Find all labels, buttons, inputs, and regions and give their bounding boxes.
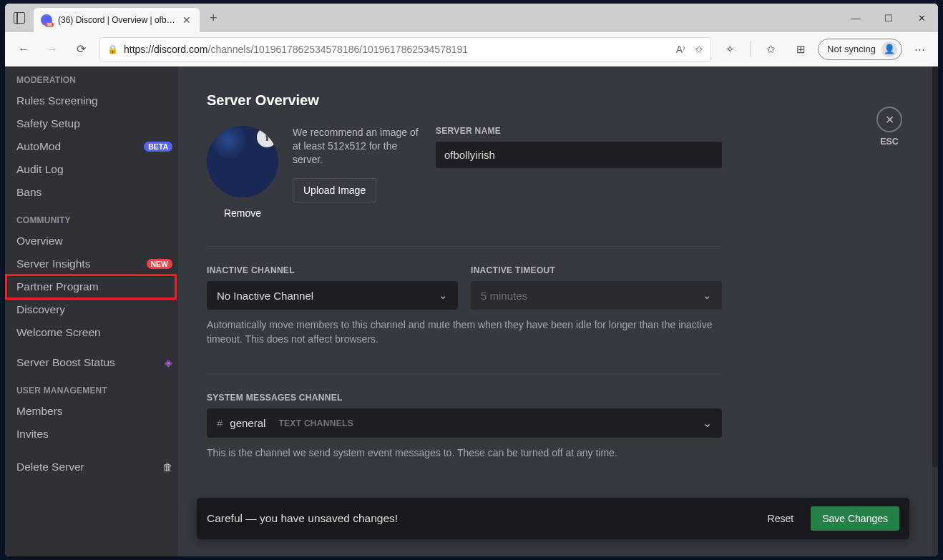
remove-avatar-link[interactable]: Remove [224, 207, 261, 219]
title-bar: 36 (36) Discord | Overview | ofbollyi ✕ … [5, 4, 938, 32]
url-text: https://discord.com/channels/10196178625… [124, 44, 468, 55]
inactive-channel-label: Inactive Channel [207, 265, 458, 275]
profile-avatar-icon: 👤 [881, 41, 897, 57]
section-divider [207, 246, 722, 247]
sidebar-item-members[interactable]: Members [16, 400, 172, 423]
favorite-icon[interactable]: ✩ [695, 44, 703, 55]
server-name-label: Server Name [436, 126, 722, 136]
url-field[interactable]: 🔒 https://discord.com/channels/101961786… [99, 37, 711, 62]
sidebar-item-overview[interactable]: Overview [16, 230, 172, 252]
collections-icon[interactable]: ⊞ [788, 36, 813, 62]
sidebar-item-welcome-screen[interactable]: Welcome Screen [16, 321, 172, 344]
browser-tab[interactable]: 36 (36) Discord | Overview | ofbollyi ✕ [34, 8, 200, 32]
scrollbar[interactable] [932, 67, 938, 556]
sidebar-item-invites[interactable]: Invites [16, 423, 172, 446]
upload-image-button[interactable]: Upload Image [293, 178, 376, 202]
sidebar-header-user-management: User Management [16, 385, 172, 396]
beta-badge: BETA [144, 142, 172, 152]
close-button[interactable]: ✕ [876, 107, 902, 132]
inactive-channel-select[interactable]: No Inactive Channel ⌄ [207, 281, 458, 310]
system-help-text: This is the channel we send system event… [207, 446, 722, 461]
address-bar: ← → ⟳ 🔒 https://discord.com/channels/101… [5, 32, 938, 67]
minimize-button[interactable]: — [839, 4, 872, 32]
discord-favicon: 36 [41, 14, 52, 26]
close-settings: ✕ ESC [876, 107, 902, 147]
sidebar-item-server-insights[interactable]: Server Insights NEW [16, 252, 172, 275]
reset-button[interactable]: Reset [761, 509, 801, 529]
sidebar-item-partner-program[interactable]: Partner Program [16, 275, 172, 298]
esc-label: ESC [880, 137, 899, 147]
system-channel-label: System Messages Channel [207, 393, 722, 403]
inactive-timeout-label: Inactive Timeout [471, 265, 722, 275]
lock-icon: 🔒 [107, 44, 118, 54]
tab-title: (36) Discord | Overview | ofbollyi [58, 15, 175, 25]
section-divider [207, 373, 722, 374]
boost-icon: ◈ [165, 357, 172, 368]
sidebar-header-community: Community [16, 215, 172, 225]
new-badge: NEW [147, 259, 173, 269]
sidebar-item-bans[interactable]: Bans [16, 181, 172, 204]
unsaved-changes-bar: Careful — you have unsaved changes! Rese… [197, 498, 909, 539]
sidebar-item-delete-server[interactable]: Delete Server 🗑 [16, 456, 172, 478]
favorites-icon[interactable]: ✩ [758, 36, 783, 62]
page-content: Moderation Rules Screening Safety Setup … [5, 67, 938, 556]
sidebar-item-safety-setup[interactable]: Safety Setup [16, 112, 172, 135]
forward-button: → [39, 36, 65, 62]
sync-button[interactable]: Not syncing 👤 [818, 39, 902, 60]
sidebar-header-moderation: Moderation [16, 75, 172, 85]
trash-icon: 🗑 [162, 461, 172, 473]
recommend-text: We recommend an image of at least 512x51… [293, 126, 421, 167]
inactive-timeout-select: 5 minutes ⌄ [471, 281, 722, 310]
inactive-help-text: Automatically move members to this chann… [207, 318, 722, 346]
main-panel: Server Overview ⬆ Remove We recommend an… [178, 67, 938, 556]
sidebar-item-rules-screening[interactable]: Rules Screening [16, 89, 172, 112]
read-aloud-icon[interactable]: A⁾ [676, 44, 685, 55]
window-controls: — ☐ ✕ [839, 4, 938, 32]
chevron-down-icon: ⌄ [703, 289, 712, 302]
chevron-down-icon: ⌄ [439, 289, 448, 302]
sidebar-item-automod[interactable]: AutoMod BETA [16, 135, 172, 158]
extensions-icon[interactable]: ✧ [717, 36, 743, 62]
save-changes-button[interactable]: Save Changes [811, 506, 899, 531]
tab-close-icon[interactable]: ✕ [181, 14, 192, 26]
more-menu-icon[interactable]: ⋯ [907, 36, 932, 62]
upload-overlay-icon[interactable]: ⬆ [257, 127, 277, 147]
new-tab-button[interactable]: + [204, 8, 223, 29]
tab-actions-icon[interactable] [5, 4, 34, 32]
settings-sidebar: Moderation Rules Screening Safety Setup … [5, 67, 178, 556]
favicon-badge: 36 [45, 22, 54, 27]
browser-window: 36 (36) Discord | Overview | ofbollyi ✕ … [5, 4, 938, 556]
server-name-input[interactable] [436, 142, 722, 168]
chevron-down-icon: ⌄ [703, 416, 712, 430]
page-title: Server Overview [207, 92, 722, 109]
back-button[interactable]: ← [11, 36, 36, 62]
maximize-button[interactable]: ☐ [872, 4, 905, 32]
sidebar-item-discovery[interactable]: Discovery [16, 298, 172, 321]
server-avatar[interactable]: ⬆ [207, 126, 278, 197]
close-window-button[interactable]: ✕ [905, 4, 938, 32]
sidebar-item-audit-log[interactable]: Audit Log [16, 158, 172, 181]
unsaved-text: Careful — you have unsaved changes! [207, 512, 751, 525]
hash-icon: # [217, 417, 223, 429]
sidebar-item-server-boost[interactable]: Server Boost Status ◈ [16, 351, 172, 374]
reload-button[interactable]: ⟳ [68, 36, 94, 62]
system-channel-select[interactable]: # general TEXT CHANNELS ⌄ [207, 408, 722, 438]
